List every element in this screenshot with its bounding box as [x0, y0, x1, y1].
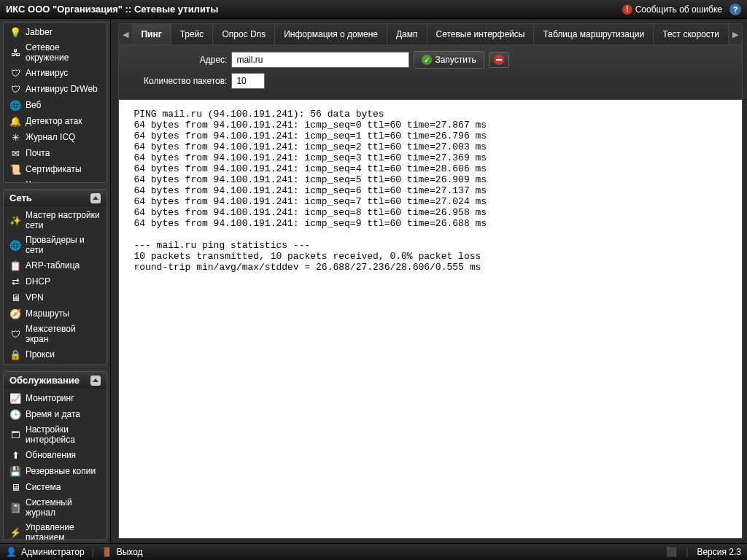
- sidebar-item-0-6[interactable]: ✳Журнал ICQ: [4, 129, 107, 145]
- sidebar-item-1-1[interactable]: 🌐Провайдеры и сети: [4, 233, 107, 257]
- sidebar-item-0-3[interactable]: 🛡Антивирус DrWeb: [4, 81, 107, 97]
- tab-1[interactable]: Трейс: [171, 24, 214, 44]
- tabbar: ◀ ПингТрейсОпрос DnsИнформация о доменеД…: [118, 23, 743, 45]
- status-icon: ⬛: [666, 547, 677, 557]
- sidebar-icon: 🌐: [9, 239, 21, 251]
- sidebar-item-label: Настройки интерфейса: [26, 424, 101, 445]
- sidebar-item-2-4[interactable]: 💾Резервные копии: [4, 463, 107, 479]
- sidebar-item-2-6[interactable]: 📓Системный журнал: [4, 495, 107, 520]
- sidebar-item-label: Межсетевой экран: [26, 324, 101, 344]
- bottombar: 👤 Администратор | 🚪 Выход ⬛ | Версия 2.3: [0, 543, 747, 560]
- sidebar-item-label: Jabber: [26, 27, 53, 37]
- sidebar-icon: ✳: [9, 131, 21, 143]
- sidebar-item-0-7[interactable]: ✉Почта: [4, 145, 107, 161]
- sidebar-item-2-1[interactable]: 🕒Время и дата: [4, 406, 107, 422]
- logout-link[interactable]: Выход: [117, 547, 143, 557]
- sidebar-item-2-0[interactable]: 📈Мониторинг: [4, 390, 107, 406]
- count-input[interactable]: [231, 73, 265, 89]
- sidebar-icon: ⇄: [9, 276, 21, 287]
- sidebar-item-2-2[interactable]: 🗔Настройки интерфейса: [4, 422, 107, 447]
- sidebar-item-1-5[interactable]: 🧭Маршруты: [4, 306, 107, 322]
- sidebar-icon: 🌐: [9, 99, 21, 111]
- sidebar-item-label: Почта: [26, 148, 50, 158]
- report-error-link[interactable]: ! Сообщить об ошибке: [622, 4, 722, 15]
- sidebar-item-label: Веб: [26, 100, 41, 110]
- stop-icon: [494, 55, 504, 65]
- sidebar-item-label: Прокси: [26, 349, 55, 359]
- stop-button[interactable]: [489, 52, 509, 68]
- sidebar-icon: 🛡: [9, 83, 21, 95]
- collapse-icon[interactable]: [90, 193, 101, 203]
- run-button[interactable]: ✓ Запустить: [414, 51, 484, 69]
- address-input[interactable]: [231, 52, 409, 68]
- sidebar-item-0-5[interactable]: 🔔Детектор атак: [4, 113, 107, 129]
- tab-scroll-left[interactable]: ◀: [119, 24, 132, 44]
- version-label: Версия 2.3: [697, 547, 741, 557]
- collapse-icon[interactable]: [90, 376, 101, 386]
- sidebar-item-1-0[interactable]: ✨Мастер настройки сети: [4, 208, 107, 233]
- sidebar-icon: 📋: [9, 260, 21, 271]
- alert-icon: !: [622, 4, 632, 15]
- sidebar-icon: 🛡: [9, 328, 21, 340]
- sidebar-item-0-0[interactable]: 💡Jabber: [4, 24, 107, 40]
- help-button[interactable]: ?: [729, 4, 741, 15]
- sidebar-icon: 💡: [9, 26, 21, 38]
- sidebar-icon: 📓: [9, 502, 21, 513]
- tab-0[interactable]: Пинг: [132, 24, 171, 44]
- sidebar-item-label: DHCP: [26, 276, 50, 287]
- run-button-label: Запустить: [435, 55, 476, 65]
- content-area: ◀ ПингТрейсОпрос DnsИнформация о доменеД…: [114, 19, 747, 543]
- sidebar-item-1-8[interactable]: ↪Перенаправление портов: [4, 362, 107, 365]
- count-label: Количество пакетов:: [125, 76, 227, 86]
- sidebar-item-label: Система: [26, 482, 61, 492]
- sidebar-icon: 🔒: [9, 349, 21, 360]
- logout-icon: 🚪: [101, 547, 112, 557]
- admin-label[interactable]: Администратор: [21, 547, 85, 557]
- sidebar-icon: 🕒: [9, 408, 21, 420]
- user-icon: 👤: [6, 547, 17, 557]
- sidebar-icon: ✨: [9, 214, 21, 226]
- sidebar-item-0-4[interactable]: 🌐Веб: [4, 97, 107, 113]
- tab-3[interactable]: Информация о домене: [275, 24, 387, 44]
- sidebar-icon: 🗔: [9, 429, 21, 440]
- tab-7[interactable]: Тест скорости: [654, 24, 729, 44]
- sidebar-icon: 🖧: [9, 47, 21, 58]
- sidebar-item-1-7[interactable]: 🔒Прокси: [4, 346, 107, 362]
- sidebar-icon: 🖥: [9, 292, 21, 303]
- sidebar-icon: ⚡: [9, 526, 21, 538]
- report-error-label: Сообщить об ошибке: [635, 4, 722, 15]
- sidebar-item-1-3[interactable]: ⇄DHCP: [4, 273, 107, 289]
- sidebar-item-1-6[interactable]: 🛡Межсетевой экран: [4, 322, 107, 346]
- sidebar-item-label: Системный журнал: [26, 497, 101, 518]
- tab-scroll-right[interactable]: ▶: [729, 24, 742, 44]
- tab-6[interactable]: Таблица маршрутизации: [534, 24, 654, 44]
- tab-2[interactable]: Опрос Dns: [213, 24, 275, 44]
- sidebar-item-label: Хранилище файлов: [26, 179, 101, 183]
- sidebar-item-2-5[interactable]: 🖥Система: [4, 479, 107, 495]
- sidebar-icon: 📜: [9, 163, 21, 175]
- sidebar-item-2-3[interactable]: ⬆Обновления: [4, 447, 107, 463]
- sidebar-item-label: Журнал ICQ: [26, 132, 75, 142]
- sidebar-icon: ✉: [9, 147, 21, 159]
- sidebar-item-label: Антивирус: [26, 68, 68, 78]
- output-text: PING mail.ru (94.100.191.241): 56 data b…: [118, 100, 743, 539]
- sidebar-icon: 🖥: [9, 481, 21, 493]
- sidebar-item-2-7[interactable]: ⚡Управление питанием: [4, 520, 107, 540]
- sidebar-item-0-1[interactable]: 🖧Сетевое окружение: [4, 40, 107, 65]
- form-panel: Адрес: ✓ Запустить Количество пакетов:: [118, 45, 743, 100]
- sidebar-item-0-2[interactable]: 🛡Антивирус: [4, 65, 107, 81]
- tab-4[interactable]: Дамп: [387, 24, 427, 44]
- panel-title-1[interactable]: Сеть: [4, 190, 107, 206]
- tab-5[interactable]: Сетевые интерфейсы: [427, 24, 535, 44]
- topbar: ИКС ООО "Организация" :: Сетевые утилиты…: [0, 0, 747, 19]
- sidebar-item-label: ARP-таблица: [26, 260, 80, 271]
- sidebar-item-0-9[interactable]: 📁Хранилище файлов: [4, 177, 107, 183]
- app-title: ИКС ООО "Организация" :: Сетевые утилиты: [6, 4, 622, 15]
- sidebar-item-0-8[interactable]: 📜Сертификаты: [4, 161, 107, 177]
- panel-title-2[interactable]: Обслуживание: [4, 372, 107, 389]
- sidebar-icon: 🧭: [9, 308, 21, 319]
- sidebar-item-1-4[interactable]: 🖥VPN: [4, 289, 107, 306]
- sidebar-icon: 🔔: [9, 115, 21, 127]
- sidebar-item-1-2[interactable]: 📋ARP-таблица: [4, 257, 107, 273]
- sidebar-item-label: Управление питанием: [26, 522, 101, 540]
